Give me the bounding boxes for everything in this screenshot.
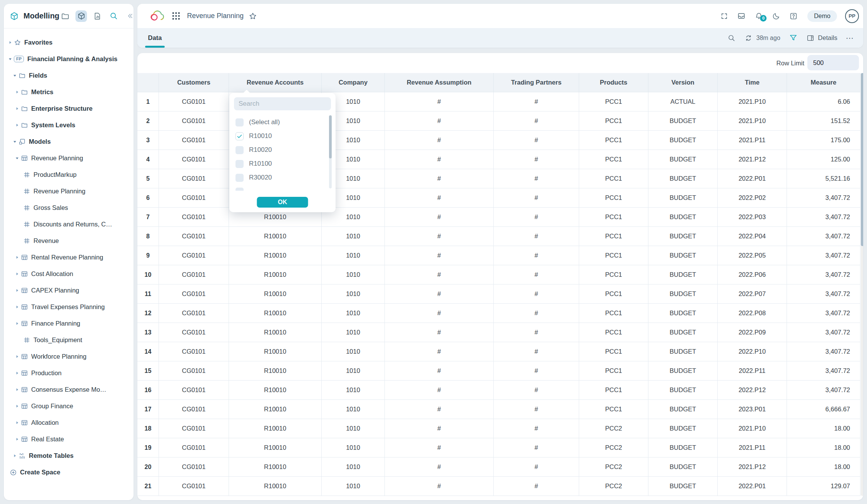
chevron-right-icon[interactable] (14, 420, 20, 426)
tree-item-rental-revenue-planning[interactable]: Rental Revenue Planning (4, 249, 134, 266)
filter-option-r10100[interactable]: R10100 (236, 157, 324, 171)
tree-item-production[interactable]: Production (4, 365, 134, 381)
tree-item-tools-equipment[interactable]: Tools_Equipment (4, 332, 134, 348)
tree-item-productmarkup[interactable]: ProductMarkup (4, 166, 134, 183)
chevron-right-icon[interactable] (14, 288, 20, 293)
fullscreen-icon[interactable] (720, 12, 728, 20)
details-panel-icon[interactable] (806, 34, 815, 42)
filter-ok-button[interactable]: OK (257, 197, 308, 208)
avatar[interactable]: PP (845, 9, 859, 23)
scrollbar-thumb[interactable] (861, 73, 863, 246)
chevron-right-icon[interactable] (7, 40, 13, 45)
column-header-revenue-accounts[interactable]: Revenue Accounts (229, 73, 322, 92)
filter-option-select-all[interactable]: (Select all) (236, 115, 324, 129)
chevron-right-icon[interactable] (14, 123, 20, 128)
chevron-down-icon[interactable] (7, 57, 13, 62)
tree-item-revenue-planning[interactable]: Revenue Planning (4, 150, 134, 166)
tree-item-revenue-planning[interactable]: Revenue Planning (4, 183, 134, 200)
chevron-right-icon[interactable] (12, 453, 17, 459)
tree-item-cost-allocation[interactable]: Cost Allocation (4, 266, 134, 282)
chevron-right-icon[interactable] (14, 321, 20, 326)
column-header-measure[interactable]: Measure (787, 73, 860, 92)
tab-data[interactable]: Data (145, 28, 165, 48)
checkbox-checked-icon[interactable] (236, 132, 244, 140)
tree-item-system-levels[interactable]: System Levels (4, 117, 134, 133)
tree-item-gross-sales[interactable]: Gross Sales (4, 200, 134, 216)
chevron-down-icon[interactable] (12, 73, 17, 78)
filter-list-scrollbar[interactable] (329, 115, 332, 188)
tree-item-label: Production (31, 369, 62, 377)
search-icon[interactable] (108, 10, 119, 22)
tree-item-allocation[interactable]: Allocation (4, 414, 134, 431)
details-group[interactable]: Details (806, 34, 837, 42)
checkbox-unchecked-icon[interactable] (236, 174, 244, 182)
chevron-right-icon[interactable] (14, 255, 20, 260)
app-grid-icon[interactable] (172, 12, 180, 20)
column-header-trading-partners[interactable]: Trading Partners (494, 73, 579, 92)
chevron-right-icon[interactable] (14, 354, 20, 359)
more-menu-icon[interactable]: ⋯ (846, 33, 854, 43)
tree-item-group-finance[interactable]: Group Finance (4, 398, 134, 414)
chevron-right-icon[interactable] (14, 106, 20, 111)
tree-item-discounts-and-returns-c[interactable]: Discounts and Returns, C… (4, 216, 134, 233)
cell-measure: 5,521.16 (787, 169, 860, 188)
tree-item-favorites[interactable]: Favorites (4, 34, 134, 51)
tree-item-models[interactable]: Models (4, 133, 134, 150)
tree-item-consensus-expense-mo[interactable]: Consensus Expense Mo… (4, 381, 134, 398)
refresh-group[interactable]: 38m ago (744, 34, 780, 42)
tree-item-remote-tables[interactable]: Remote Tables (4, 447, 134, 464)
filter-option[interactable] (236, 185, 324, 191)
inbox-icon[interactable] (737, 12, 746, 20)
filter-option-r30020[interactable]: R30020 (236, 171, 324, 185)
folder-view-icon[interactable] (59, 10, 71, 22)
chevron-right-icon[interactable] (14, 404, 20, 409)
checkbox-unchecked-icon[interactable] (236, 188, 244, 191)
tree-item-financial-planning-analysis[interactable]: FPFinancial Planning & Analysis (4, 51, 134, 67)
column-header-version[interactable]: Version (648, 73, 718, 92)
filter-option-r10020[interactable]: R10020 (236, 143, 324, 157)
checkbox-unchecked-icon[interactable] (236, 160, 244, 168)
favorite-star-icon[interactable] (249, 12, 257, 20)
row-limit-input[interactable]: 500 (807, 55, 859, 70)
column-header-customers[interactable]: Customers (159, 73, 229, 92)
chevron-right-icon[interactable] (14, 387, 20, 393)
chevron-right-icon[interactable] (14, 304, 20, 310)
help-icon[interactable] (789, 12, 798, 20)
chevron-down-icon[interactable] (14, 156, 20, 161)
column-header-revenue-assumption[interactable]: Revenue Assumption (385, 73, 494, 92)
filter-option-r10010[interactable]: R10010 (236, 129, 324, 143)
chevron-right-icon[interactable] (14, 271, 20, 277)
filter-scrollbar-thumb[interactable] (329, 115, 332, 158)
tree-item-workforce-planning[interactable]: Workforce Planning (4, 348, 134, 365)
chevron-down-icon[interactable] (12, 139, 17, 145)
tree-item-create-space[interactable]: Create Space (4, 464, 134, 481)
collapse-sidebar-icon[interactable] (124, 10, 135, 22)
refresh-icon[interactable] (744, 34, 753, 42)
dark-mode-moon-icon[interactable] (772, 12, 780, 20)
model-view-icon[interactable] (75, 10, 87, 22)
tree-item-metrics[interactable]: Metrics (4, 84, 134, 100)
column-header-company[interactable]: Company (322, 73, 385, 92)
tree-item-capex-planning[interactable]: CAPEX Planning (4, 282, 134, 299)
column-header-products[interactable]: Products (579, 73, 648, 92)
chevron-right-icon[interactable] (14, 90, 20, 95)
chevron-right-icon[interactable] (14, 437, 20, 442)
filter-icon[interactable] (789, 33, 798, 42)
filter-search-input[interactable] (234, 97, 331, 110)
tree-item-real-estate[interactable]: Real Estate (4, 431, 134, 447)
tree-item-fields[interactable]: Fields (4, 67, 134, 84)
tree-item-travel-expenses-planning[interactable]: Travel Expenses Planning (4, 299, 134, 315)
tree-item-finance-planning[interactable]: Finance Planning (4, 315, 134, 332)
checkbox-unchecked-icon[interactable] (236, 146, 244, 154)
tenant-badge[interactable]: Demo (807, 10, 837, 22)
chevron-right-icon[interactable] (14, 371, 20, 376)
column-header-time[interactable]: Time (718, 73, 787, 92)
tree-item-revenue[interactable]: Revenue (4, 233, 134, 249)
notifications-bell-icon[interactable]: 0 (755, 12, 763, 20)
tree-item-enterprise-structure[interactable]: Enterprise Structure (4, 100, 134, 117)
checkbox-unchecked-icon[interactable] (236, 118, 244, 126)
search-icon[interactable] (727, 34, 736, 42)
report-view-icon[interactable] (92, 10, 103, 22)
cell-revenue-assumption: # (385, 419, 494, 438)
vertical-scrollbar[interactable] (861, 73, 863, 496)
